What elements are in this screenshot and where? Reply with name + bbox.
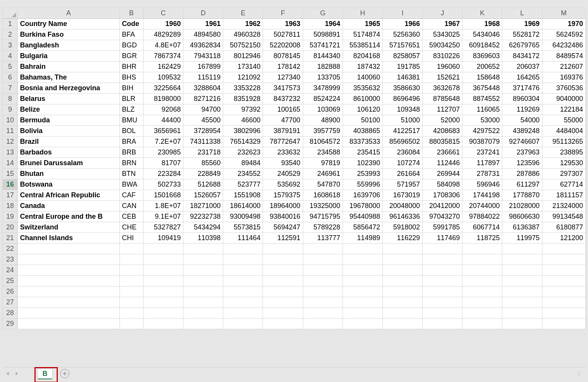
data-cell[interactable] (303, 244, 343, 254)
data-cell[interactable] (183, 265, 223, 276)
column-header[interactable]: L (502, 8, 542, 19)
data-cell[interactable] (423, 308, 462, 319)
data-cell[interactable]: 76514329 (223, 137, 263, 147)
row-header[interactable]: 28 (3, 308, 18, 319)
data-cell[interactable]: 97819 (303, 158, 343, 169)
data-cell[interactable]: 119975 (502, 233, 542, 244)
data-cell[interactable]: 3802996 (223, 126, 263, 137)
data-cell[interactable]: 20048000 (382, 201, 422, 211)
data-cell[interactable]: 8144340 (303, 51, 343, 62)
data-cell[interactable] (423, 254, 462, 265)
data-cell[interactable]: 140060 (343, 72, 382, 83)
data-cell[interactable] (462, 254, 502, 265)
data-cell[interactable]: 3225664 (144, 83, 183, 94)
data-cell[interactable]: CHE (119, 222, 143, 233)
data-cell[interactable] (462, 244, 502, 254)
data-cell[interactable]: 8078145 (263, 51, 303, 62)
row-header[interactable]: 10 (3, 115, 18, 126)
data-cell[interactable]: 1526057 (183, 190, 223, 201)
data-cell[interactable]: 78772647 (263, 137, 303, 147)
data-cell[interactable]: 6136387 (502, 222, 542, 233)
data-cell[interactable]: 236084 (382, 147, 422, 158)
data-cell[interactable]: 228849 (183, 169, 223, 179)
row-header[interactable]: 15 (3, 169, 18, 179)
data-cell[interactable] (303, 286, 343, 297)
data-cell[interactable] (183, 319, 223, 329)
data-cell[interactable]: 18964000 (263, 201, 303, 211)
data-cell[interactable]: 92232738 (183, 211, 223, 222)
data-cell[interactable]: 55000 (542, 115, 585, 126)
data-cell[interactable]: 94700 (183, 104, 223, 115)
data-cell[interactable]: 234588 (303, 147, 343, 158)
data-cell[interactable]: 627714 (542, 179, 585, 190)
column-header[interactable]: F (263, 8, 303, 19)
header-cell[interactable]: 1960 (144, 19, 183, 29)
row-header[interactable]: 26 (3, 286, 18, 297)
data-cell[interactable]: 3717476 (502, 83, 542, 94)
data-cell[interactable]: 112591 (263, 233, 303, 244)
header-cell[interactable]: 1969 (502, 19, 542, 29)
data-cell[interactable] (144, 319, 183, 329)
data-cell[interactable] (223, 308, 263, 319)
data-cell[interactable]: 212607 (542, 62, 585, 72)
column-header[interactable]: H (343, 8, 382, 19)
data-cell[interactable]: 5027811 (263, 29, 303, 40)
data-cell[interactable]: 20412000 (423, 201, 462, 211)
data-cell[interactable] (119, 244, 143, 254)
data-cell[interactable]: 19678000 (343, 201, 382, 211)
data-cell[interactable] (423, 244, 462, 254)
data-cell[interactable]: 81707 (144, 158, 183, 169)
data-cell[interactable]: Bosnia and Herzegovina (18, 83, 119, 94)
data-cell[interactable] (144, 265, 183, 276)
data-cell[interactable]: 5098891 (303, 29, 343, 40)
data-cell[interactable] (343, 319, 382, 329)
data-cell[interactable]: Brunei Darussalam (18, 158, 119, 169)
column-header[interactable]: E (223, 8, 263, 19)
data-cell[interactable]: 5256360 (382, 29, 422, 40)
data-cell[interactable] (18, 276, 119, 286)
header-cell[interactable]: 1966 (382, 19, 422, 29)
data-cell[interactable]: 119269 (502, 104, 542, 115)
data-cell[interactable]: Bahamas, The (18, 72, 119, 83)
data-cell[interactable]: Botswana (18, 179, 119, 190)
data-cell[interactable]: 97043270 (423, 211, 462, 222)
data-cell[interactable] (119, 286, 143, 297)
data-cell[interactable]: 96146336 (382, 211, 422, 222)
header-cell[interactable]: 1962 (223, 19, 263, 29)
data-cell[interactable]: 191785 (382, 62, 422, 72)
data-cell[interactable] (18, 297, 119, 308)
data-cell[interactable]: 5624592 (542, 29, 585, 40)
data-cell[interactable]: 146381 (382, 72, 422, 83)
data-cell[interactable] (183, 286, 223, 297)
data-cell[interactable] (462, 297, 502, 308)
data-cell[interactable]: BHR (119, 62, 143, 72)
data-cell[interactable]: 8198000 (144, 94, 183, 104)
data-cell[interactable] (303, 276, 343, 286)
data-cell[interactable] (144, 276, 183, 286)
data-cell[interactable] (382, 265, 422, 276)
data-cell[interactable]: 6067714 (462, 222, 502, 233)
data-cell[interactable]: Barbados (18, 147, 119, 158)
column-header[interactable]: M (542, 8, 585, 19)
data-cell[interactable]: 93009498 (223, 211, 263, 222)
data-cell[interactable]: 5918002 (382, 222, 422, 233)
data-cell[interactable]: 90387079 (462, 137, 502, 147)
row-header[interactable]: 8 (3, 94, 18, 104)
data-cell[interactable]: CAN (119, 201, 143, 211)
data-cell[interactable] (119, 254, 143, 265)
data-cell[interactable]: Bahrain (18, 62, 119, 72)
data-cell[interactable]: 200652 (462, 62, 502, 72)
data-cell[interactable]: 92746607 (502, 137, 542, 147)
data-cell[interactable]: 52000 (423, 115, 462, 126)
sheet-tab-active[interactable]: B (38, 369, 52, 379)
data-cell[interactable]: BOL (119, 126, 143, 137)
data-cell[interactable]: 3632678 (423, 83, 462, 94)
data-cell[interactable]: 85696502 (382, 137, 422, 147)
row-header[interactable]: 24 (3, 265, 18, 276)
data-cell[interactable]: 287886 (502, 169, 542, 179)
data-cell[interactable]: 232623 (223, 147, 263, 158)
data-cell[interactable] (502, 244, 542, 254)
data-cell[interactable]: 4389248 (502, 126, 542, 137)
data-cell[interactable]: 3675448 (462, 83, 502, 94)
data-cell[interactable]: Bhutan (18, 169, 119, 179)
